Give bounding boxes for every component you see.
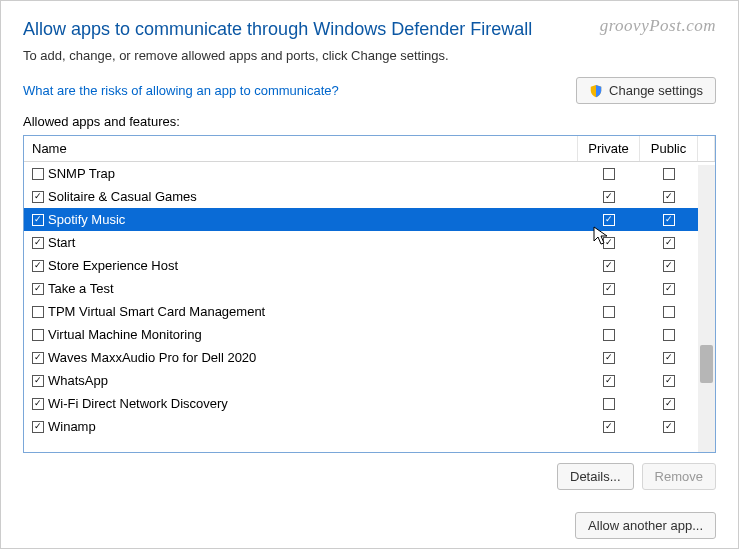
row-private-checkbox[interactable]: ✓ [603, 375, 615, 387]
row-private-checkbox[interactable] [603, 306, 615, 318]
scrollbar-thumb[interactable] [700, 345, 713, 383]
table-row[interactable]: ✓Spotify Music✓✓ [24, 208, 715, 231]
row-enabled-checkbox[interactable]: ✓ [32, 421, 44, 433]
row-public-checkbox[interactable]: ✓ [663, 352, 675, 364]
row-private-checkbox[interactable]: ✓ [603, 237, 615, 249]
column-name[interactable]: Name [24, 136, 578, 161]
row-private-checkbox[interactable] [603, 398, 615, 410]
row-enabled-checkbox[interactable]: ✓ [32, 191, 44, 203]
table-row[interactable]: Virtual Machine Monitoring [24, 323, 715, 346]
row-public-checkbox[interactable]: ✓ [663, 191, 675, 203]
table-row[interactable]: ✓Take a Test✓✓ [24, 277, 715, 300]
row-name: WhatsApp [48, 373, 108, 388]
row-name: Spotify Music [48, 212, 125, 227]
row-name: Virtual Machine Monitoring [48, 327, 202, 342]
row-enabled-checkbox[interactable] [32, 306, 44, 318]
row-public-checkbox[interactable] [663, 168, 675, 180]
table-row[interactable]: ✓Store Experience Host✓✓ [24, 254, 715, 277]
row-name: Winamp [48, 419, 96, 434]
row-name: Store Experience Host [48, 258, 178, 273]
table-row[interactable]: ✓WhatsApp✓✓ [24, 369, 715, 392]
section-label: Allowed apps and features: [23, 114, 716, 129]
row-name: Take a Test [48, 281, 114, 296]
row-name: Wi-Fi Direct Network Discovery [48, 396, 228, 411]
row-private-checkbox[interactable] [603, 168, 615, 180]
table-row[interactable]: ✓Start✓✓ [24, 231, 715, 254]
change-settings-button[interactable]: Change settings [576, 77, 716, 104]
column-private[interactable]: Private [578, 136, 640, 161]
row-public-checkbox[interactable]: ✓ [663, 237, 675, 249]
table-row[interactable]: ✓Solitaire & Casual Games✓✓ [24, 185, 715, 208]
row-enabled-checkbox[interactable]: ✓ [32, 214, 44, 226]
row-private-checkbox[interactable]: ✓ [603, 283, 615, 295]
change-settings-label: Change settings [609, 83, 703, 98]
row-enabled-checkbox[interactable]: ✓ [32, 260, 44, 272]
row-enabled-checkbox[interactable]: ✓ [32, 375, 44, 387]
row-name: TPM Virtual Smart Card Management [48, 304, 265, 319]
table-row[interactable]: SNMP Trap [24, 162, 715, 185]
row-private-checkbox[interactable]: ✓ [603, 214, 615, 226]
table-row[interactable]: TPM Virtual Smart Card Management [24, 300, 715, 323]
row-public-checkbox[interactable]: ✓ [663, 375, 675, 387]
row-public-checkbox[interactable]: ✓ [663, 214, 675, 226]
page-subtext: To add, change, or remove allowed apps a… [23, 48, 716, 63]
row-name: SNMP Trap [48, 166, 115, 181]
row-private-checkbox[interactable] [603, 329, 615, 341]
row-enabled-checkbox[interactable]: ✓ [32, 398, 44, 410]
risks-link[interactable]: What are the risks of allowing an app to… [23, 83, 339, 98]
details-button[interactable]: Details... [557, 463, 634, 490]
allowed-apps-list: Name Private Public SNMP Trap✓Solitaire … [23, 135, 716, 453]
remove-button[interactable]: Remove [642, 463, 716, 490]
column-public[interactable]: Public [640, 136, 698, 161]
table-row[interactable]: ✓Winamp✓✓ [24, 415, 715, 438]
row-private-checkbox[interactable]: ✓ [603, 421, 615, 433]
row-enabled-checkbox[interactable]: ✓ [32, 237, 44, 249]
row-private-checkbox[interactable]: ✓ [603, 191, 615, 203]
row-public-checkbox[interactable]: ✓ [663, 283, 675, 295]
list-header: Name Private Public [24, 136, 715, 162]
row-name: Start [48, 235, 75, 250]
table-row[interactable]: ✓Wi-Fi Direct Network Discovery✓ [24, 392, 715, 415]
shield-icon [589, 84, 603, 98]
row-enabled-checkbox[interactable] [32, 168, 44, 180]
watermark: groovyPost.com [600, 16, 716, 36]
row-name: Waves MaxxAudio Pro for Dell 2020 [48, 350, 256, 365]
table-row[interactable]: ✓Waves MaxxAudio Pro for Dell 2020✓✓ [24, 346, 715, 369]
row-name: Solitaire & Casual Games [48, 189, 197, 204]
row-public-checkbox[interactable]: ✓ [663, 398, 675, 410]
row-private-checkbox[interactable]: ✓ [603, 260, 615, 272]
allow-another-app-button[interactable]: Allow another app... [575, 512, 716, 539]
row-enabled-checkbox[interactable]: ✓ [32, 283, 44, 295]
row-public-checkbox[interactable]: ✓ [663, 421, 675, 433]
scrollbar[interactable] [698, 165, 715, 452]
row-private-checkbox[interactable]: ✓ [603, 352, 615, 364]
row-enabled-checkbox[interactable]: ✓ [32, 352, 44, 364]
row-public-checkbox[interactable] [663, 329, 675, 341]
column-scroll-spacer [698, 136, 715, 161]
row-public-checkbox[interactable]: ✓ [663, 260, 675, 272]
row-public-checkbox[interactable] [663, 306, 675, 318]
row-enabled-checkbox[interactable] [32, 329, 44, 341]
